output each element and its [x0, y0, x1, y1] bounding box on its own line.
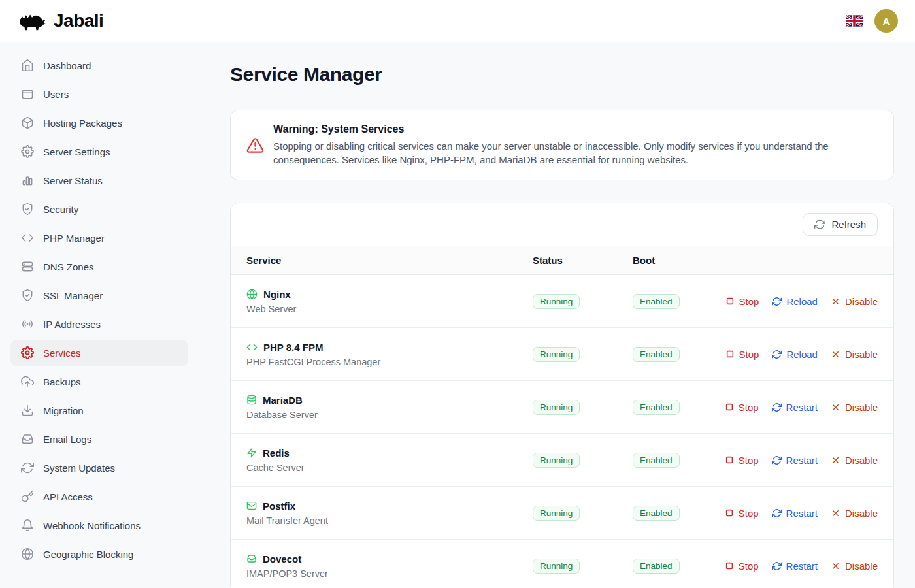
stop-square-icon [725, 561, 734, 570]
sidebar-item-hosting-packages[interactable]: Hosting Packages [10, 110, 188, 136]
sidebar-item-users[interactable]: Users [10, 81, 188, 107]
sidebar-item-webhook-notifications[interactable]: Webhook Notifications [10, 512, 188, 538]
sidebar-item-label: Services [43, 348, 81, 359]
restart-button[interactable]: Restart [772, 455, 818, 466]
sidebar-item-server-settings[interactable]: Server Settings [10, 139, 188, 165]
sidebar-item-label: Security [43, 204, 78, 215]
stop-button[interactable]: Stop [725, 349, 759, 360]
sidebar-item-dns-zones[interactable]: DNS Zones [10, 253, 188, 280]
warning-body: Stopping or disabling critical services … [273, 139, 874, 167]
key-icon [21, 490, 34, 503]
x-icon [831, 508, 840, 518]
brand-name: Jabali [54, 10, 103, 31]
service-name: Dovecot [263, 553, 301, 564]
sidebar-item-php-manager[interactable]: PHP Manager [10, 225, 188, 251]
sidebar-item-label: Hosting Packages [43, 118, 122, 129]
status-badge: Running [533, 559, 580, 574]
table-row-postfix: Postfix Mail Transfer Agent Running Enab… [231, 487, 893, 540]
restart-button[interactable]: Restart [772, 402, 818, 413]
sidebar: Dashboard Users Hosting Packages Server … [0, 42, 199, 588]
sidebar-item-label: API Access [43, 491, 93, 502]
uk-flag-icon[interactable] [846, 15, 863, 27]
sidebar-item-label: Backups [43, 376, 81, 387]
shield-check-icon [21, 289, 34, 302]
sidebar-item-label: Migration [43, 405, 84, 416]
stop-button[interactable]: Stop [725, 455, 759, 466]
alert-triangle-icon [246, 137, 264, 154]
stop-square-icon [725, 297, 735, 306]
boot-badge: Enabled [633, 559, 680, 574]
brand-logo[interactable]: Jabali [17, 10, 103, 32]
code-icon [21, 231, 34, 244]
sidebar-item-api-access[interactable]: API Access [10, 483, 188, 510]
sidebar-item-label: Email Logs [43, 434, 92, 445]
sidebar-item-migration[interactable]: Migration [10, 397, 188, 423]
sidebar-item-security[interactable]: Security [10, 196, 188, 222]
restart-button[interactable]: Restart [772, 561, 818, 572]
boar-logo-icon [17, 10, 47, 32]
stop-button[interactable]: Stop [725, 561, 759, 572]
disable-button[interactable]: Disable [831, 402, 878, 413]
warning-title: Warning: System Services [273, 123, 874, 135]
sidebar-item-server-status[interactable]: Server Status [10, 167, 188, 193]
sidebar-item-ssl-manager[interactable]: SSL Manager [10, 282, 188, 308]
sidebar-item-email-logs[interactable]: Email Logs [10, 426, 188, 452]
disable-button[interactable]: Disable [831, 296, 878, 307]
boot-badge: Enabled [633, 347, 680, 362]
table-row-redis: Redis Cache Server Running Enabled Stop … [231, 434, 893, 487]
table-row-php-fpm: PHP 8.4 FPM PHP FastCGI Process Manager … [231, 328, 893, 381]
reload-button[interactable]: Reload [772, 349, 818, 360]
status-badge: Running [533, 347, 580, 362]
disable-button[interactable]: Disable [831, 349, 878, 360]
reload-button[interactable]: Reload [772, 296, 818, 307]
disable-button[interactable]: Disable [831, 561, 878, 572]
status-badge: Running [533, 294, 580, 309]
disable-button[interactable]: Disable [831, 455, 878, 466]
sidebar-item-system-updates[interactable]: System Updates [10, 455, 188, 481]
sidebar-item-backups[interactable]: Backups [10, 368, 188, 395]
cloud-upload-icon [21, 375, 34, 388]
sidebar-item-label: Users [43, 89, 69, 100]
sidebar-item-dashboard[interactable]: Dashboard [10, 52, 188, 78]
refresh-icon [772, 508, 782, 518]
disable-button[interactable]: Disable [831, 508, 878, 519]
download-icon [21, 404, 34, 417]
service-name: Redis [263, 448, 290, 459]
table-row-nginx: Nginx Web Server Running Enabled Stop Re… [231, 275, 893, 328]
sidebar-item-label: SSL Manager [43, 290, 103, 301]
status-badge: Running [533, 453, 580, 468]
table-header-row: Service Status Boot [231, 246, 893, 275]
refresh-icon [772, 350, 782, 359]
sidebar-item-label: DNS Zones [43, 261, 94, 272]
inbox-icon [246, 553, 257, 564]
table-row-dovecot: Dovecot IMAP/POP3 Server Running Enabled… [231, 540, 893, 588]
sidebar-item-label: Dashboard [43, 60, 91, 71]
service-name: MariaDB [263, 395, 303, 406]
sidebar-item-geographic-blocking[interactable]: Geographic Blocking [10, 541, 188, 567]
zap-icon [246, 448, 257, 458]
stop-button[interactable]: Stop [725, 508, 759, 519]
sidebar-item-label: Server Settings [43, 146, 110, 157]
sidebar-item-services[interactable]: Services [10, 340, 188, 366]
home-icon [21, 59, 34, 72]
sidebar-item-label: System Updates [43, 463, 115, 474]
inbox-icon [21, 433, 34, 446]
refresh-icon [772, 297, 782, 306]
sidebar-item-label: IP Addresses [43, 319, 101, 330]
bar-chart-icon [21, 174, 34, 187]
stop-button[interactable]: Stop [725, 402, 759, 413]
column-header-boot: Boot [633, 255, 718, 266]
stop-button[interactable]: Stop [725, 296, 759, 307]
gear-icon [21, 346, 34, 359]
stop-square-icon [725, 402, 734, 412]
drawer-icon [21, 88, 34, 101]
restart-button[interactable]: Restart [772, 508, 818, 519]
refresh-button[interactable]: Refresh [803, 213, 878, 236]
column-header-service: Service [246, 255, 533, 266]
stop-square-icon [725, 508, 734, 517]
service-description: Web Server [246, 304, 533, 314]
refresh-icon [21, 461, 34, 474]
sidebar-item-ip-addresses[interactable]: IP Addresses [10, 311, 188, 337]
sidebar-item-label: Server Status [43, 175, 103, 186]
avatar[interactable]: A [874, 9, 898, 33]
